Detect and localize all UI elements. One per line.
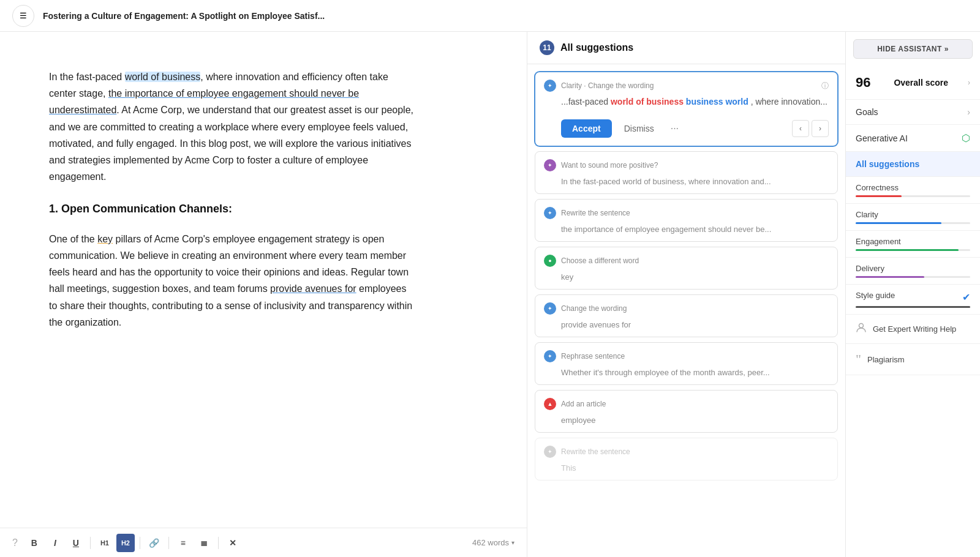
ordered-list-icon: ≡ [181, 538, 186, 548]
accept-button[interactable]: Accept [561, 119, 612, 138]
suggestion-card-rewrite-2[interactable]: ✦ Rewrite the sentence This [535, 438, 838, 480]
italic-button[interactable]: I [46, 534, 64, 552]
hide-assistant-button[interactable]: HIDE ASSISTANT » [853, 39, 973, 59]
card-6-type: Rephrase sentence [561, 352, 625, 361]
suggestions-list: ✦ Clarity · Change the wording ⓘ ...fast… [527, 64, 845, 557]
card-4-body: key [535, 269, 837, 289]
clear-format-button[interactable]: ✕ [224, 534, 242, 552]
correctness-label: Correctness [856, 183, 970, 192]
category-correctness[interactable]: Correctness [846, 177, 980, 204]
engagement-bar-fill [856, 249, 959, 251]
separator-4 [218, 537, 219, 549]
paragraph-2: One of the key pillars of Acme Corp's em… [49, 231, 417, 331]
suggestion-card-positive[interactable]: ✦ Want to sound more positive? In the fa… [535, 151, 838, 194]
score-number: 96 [856, 75, 870, 91]
category-delivery[interactable]: Delivery [846, 258, 980, 285]
card-2-icon: ✦ [544, 159, 556, 171]
card-5-type: Change the wording [561, 304, 627, 313]
dismiss-button[interactable]: Dismiss [618, 119, 660, 138]
suggestion-card-word[interactable]: ● Choose a different word key [535, 247, 838, 290]
plagiarism-label: Plagiarism [867, 355, 905, 364]
editor-area[interactable]: In the fast-paced world of business, whe… [0, 32, 527, 528]
word-key: key [97, 234, 113, 244]
link-icon: 🔗 [149, 538, 159, 548]
card-7-icon: ▲ [544, 398, 556, 410]
card-5-body: provide avenues for [535, 317, 837, 337]
card-1-info-icon[interactable]: ⓘ [821, 81, 829, 91]
card-7-type: Add an article [561, 400, 606, 408]
style-guide-check-icon: ✔ [962, 291, 970, 303]
h1-button[interactable]: H1 [96, 534, 114, 552]
card-1-header: ✦ Clarity · Change the wording ⓘ [535, 72, 837, 94]
menu-button[interactable]: ☰ [12, 5, 34, 27]
separator-2 [140, 537, 140, 549]
card-6-body: Whether it's through employee of the mon… [535, 365, 837, 384]
bold-button[interactable]: B [25, 534, 43, 552]
sidebar-item-generative-ai[interactable]: Generative AI ⬡ [846, 125, 980, 152]
svg-point-0 [859, 324, 864, 328]
card-6-header: ✦ Rephrase sentence [535, 343, 837, 365]
editor-toolbar: ? B I U H1 H2 🔗 ≡ ≣ ✕ 462 words [0, 528, 527, 557]
style-guide-bar-track [856, 306, 970, 308]
unordered-list-button[interactable]: ≣ [195, 534, 213, 552]
clear-icon: ✕ [229, 538, 236, 548]
sidebar-item-expert-help[interactable]: Get Expert Writing Help [846, 315, 980, 344]
highlighted-text: world of business [125, 72, 201, 82]
menu-icon: ☰ [20, 11, 27, 20]
prev-button[interactable]: ‹ [792, 120, 809, 137]
correctness-bar-track [856, 195, 970, 197]
paragraph-1: In the fast-paced world of business, whe… [49, 69, 417, 185]
delivery-bar-track [856, 276, 970, 278]
expert-help-label: Get Expert Writing Help [873, 324, 956, 334]
category-style-guide[interactable]: Style guide ✔ [846, 285, 980, 315]
clarity-bar-track [856, 222, 970, 224]
suggestion-card-rewrite-1[interactable]: ✦ Rewrite the sentence the importance of… [535, 199, 838, 242]
engagement-bar-track [856, 249, 970, 251]
card-8-header: ✦ Rewrite the sentence [535, 438, 837, 460]
card-3-body: the importance of employee engagement sh… [535, 222, 837, 241]
suggestion-card-wording[interactable]: ✦ Change the wording provide avenues for [535, 294, 838, 337]
separator-1 [90, 537, 91, 549]
category-clarity[interactable]: Clarity [846, 204, 980, 231]
underline-button[interactable]: U [67, 534, 85, 552]
card-8-type: Rewrite the sentence [561, 447, 630, 456]
document-title: Fostering a Culture of Engagement: A Spo… [43, 11, 325, 21]
card-4-type: Choose a different word [561, 256, 639, 265]
correctness-bar-fill [856, 195, 902, 197]
category-engagement[interactable]: Engagement [846, 231, 980, 258]
suggestion-card-clarity[interactable]: ✦ Clarity · Change the wording ⓘ ...fast… [535, 72, 838, 146]
card-8-icon: ✦ [544, 446, 556, 458]
h2-button[interactable]: H2 [116, 534, 135, 552]
heading-open-communication: 1. Open Communication Channels: [49, 200, 417, 219]
link-provide-avenues: provide avenues for [270, 283, 356, 294]
right-sidebar: HIDE ASSISTANT » 96 Overall score › Goal… [845, 32, 980, 557]
card-5-header: ✦ Change the wording [535, 295, 837, 317]
card-7-header: ▲ Add an article [535, 391, 837, 413]
card-4-header: ● Choose a different word [535, 247, 837, 269]
suggestions-badge: 11 [540, 40, 554, 55]
card-1-actions: Accept Dismiss ··· ‹ › [535, 114, 837, 146]
word-count: 462 words ▾ [472, 538, 514, 547]
card-2-body: In the fast-paced world of business, whe… [535, 174, 837, 193]
card-1-inserted: business world [686, 97, 748, 107]
suggestion-card-article[interactable]: ▲ Add an article employee [535, 390, 838, 433]
suggestions-panel: 11 All suggestions ✦ Clarity · Change th… [527, 32, 845, 557]
card-5-icon: ✦ [544, 302, 556, 315]
score-chevron-icon: › [968, 78, 970, 87]
overall-score-row[interactable]: 96 Overall score › [846, 66, 980, 100]
sidebar-item-plagiarism[interactable]: " Plagiarism [846, 344, 980, 375]
suggestion-card-rephrase[interactable]: ✦ Rephrase sentence Whether it's through… [535, 342, 838, 385]
underlined-phrase-1: the importance of employee engagement sh… [49, 88, 359, 115]
generative-ai-label: Generative AI [856, 133, 908, 143]
sidebar-item-all-suggestions[interactable]: All suggestions [846, 152, 980, 177]
sidebar-item-goals[interactable]: Goals › [846, 100, 980, 125]
card-1-deleted: world of business [611, 97, 684, 107]
link-button[interactable]: 🔗 [145, 534, 164, 552]
card-1-nav: ‹ › [792, 120, 829, 137]
ordered-list-button[interactable]: ≡ [174, 534, 192, 552]
help-icon[interactable]: ? [12, 537, 18, 548]
next-button[interactable]: › [812, 120, 829, 137]
card-8-body: This [535, 460, 837, 480]
card-1-icon: ✦ [544, 80, 556, 92]
more-button[interactable]: ··· [666, 119, 683, 138]
